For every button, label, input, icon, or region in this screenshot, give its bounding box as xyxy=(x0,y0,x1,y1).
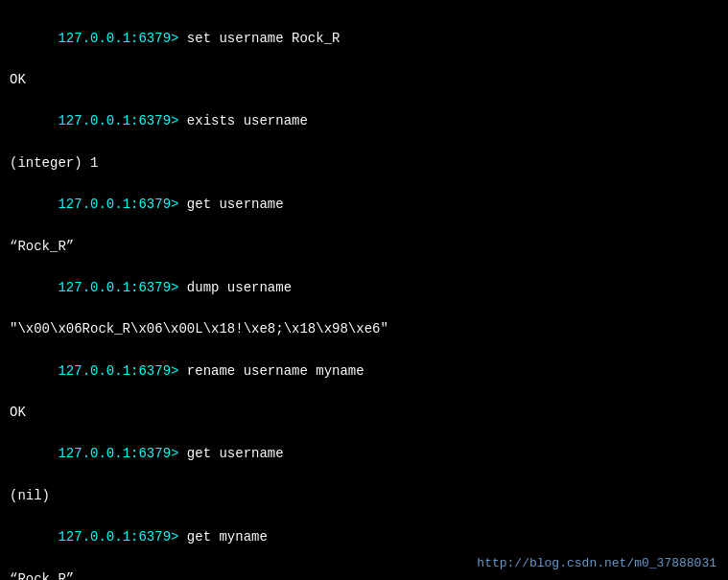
command-5: rename username myname xyxy=(187,363,364,379)
command-6: get username xyxy=(187,446,284,461)
terminal-window: 127.0.0.1:6379> set username Rock_R OK 1… xyxy=(0,0,728,580)
line-4: 127.0.0.1:6379> dump username xyxy=(10,257,718,319)
line-5: 127.0.0.1:6379> rename username myname xyxy=(10,340,718,403)
watermark: http://blog.csdn.net/m0_37888031 xyxy=(477,556,716,570)
prompt-1: 127.0.0.1:6379> xyxy=(58,31,186,46)
output-7: “Rock_R” xyxy=(10,569,718,580)
line-3: 127.0.0.1:6379> get username xyxy=(10,174,718,237)
output-5: OK xyxy=(10,403,718,424)
prompt-6: 127.0.0.1:6379> xyxy=(58,446,186,461)
line-1: 127.0.0.1:6379> set username Rock_R xyxy=(10,8,718,70)
command-1: set username Rock_R xyxy=(187,31,341,46)
prompt-4: 127.0.0.1:6379> xyxy=(58,280,186,295)
output-2: (integer) 1 xyxy=(10,153,718,174)
output-6: (nil) xyxy=(10,486,718,507)
line-2: 127.0.0.1:6379> exists username xyxy=(10,91,718,153)
output-1: OK xyxy=(10,70,718,91)
line-6: 127.0.0.1:6379> get username xyxy=(10,424,718,486)
prompt-2: 127.0.0.1:6379> xyxy=(58,113,186,128)
prompt-5: 127.0.0.1:6379> xyxy=(58,363,186,379)
command-2: exists username xyxy=(187,113,308,128)
command-4: dump username xyxy=(187,280,292,295)
prompt-7: 127.0.0.1:6379> xyxy=(58,529,186,545)
command-3: get username xyxy=(187,197,284,212)
terminal-output: 127.0.0.1:6379> set username Rock_R OK 1… xyxy=(10,8,718,580)
output-3: “Rock_R” xyxy=(10,237,718,258)
prompt-3: 127.0.0.1:6379> xyxy=(58,197,186,212)
command-7: get myname xyxy=(187,529,268,545)
output-4: "\x00\x06Rock_R\x06\x00L\x18!\xe8;\x18\x… xyxy=(10,319,718,340)
